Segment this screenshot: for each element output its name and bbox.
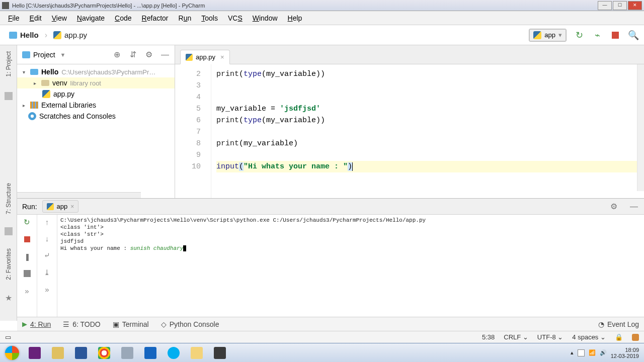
- menu-code[interactable]: Code: [110, 13, 136, 24]
- menu-navigate[interactable]: Navigate: [72, 13, 110, 24]
- close-button[interactable]: ✕: [628, 1, 642, 10]
- menu-vcs[interactable]: VCS: [223, 13, 248, 24]
- taskbar-app[interactable]: [209, 345, 230, 361]
- taskbar-app[interactable]: [163, 345, 184, 361]
- breadcrumb-file[interactable]: app.py: [49, 29, 91, 41]
- search-everywhere-button[interactable]: 🔍: [628, 30, 639, 41]
- gear-icon[interactable]: ⚙: [609, 202, 619, 212]
- more-button[interactable]: »: [23, 286, 32, 295]
- close-tab-icon[interactable]: ×: [220, 53, 224, 61]
- action-center-icon[interactable]: [578, 349, 585, 356]
- down-button[interactable]: ↓: [45, 234, 49, 243]
- status-eol[interactable]: CRLF ⌄: [504, 333, 528, 341]
- tree-scratches[interactable]: Scratches and Consoles: [17, 111, 175, 122]
- locate-icon[interactable]: ⊕: [112, 50, 121, 59]
- tool-eventlog[interactable]: ◔Event Log: [598, 320, 639, 328]
- star-icon: ★: [5, 293, 12, 303]
- network-icon[interactable]: 📶: [589, 349, 596, 356]
- soft-wrap-button[interactable]: ⤶: [44, 251, 50, 260]
- rail-icon: [5, 92, 13, 100]
- tree-file-name: app.py: [53, 90, 74, 98]
- run-tool-window: Run: app × ⚙ — ↻ || » ↑ ↓ ⤶ ⤓ » C:\Users…: [17, 198, 644, 319]
- menu-file[interactable]: File: [3, 13, 25, 24]
- expand-arrow-icon[interactable]: ▸: [20, 103, 27, 108]
- menu-tools[interactable]: Tools: [196, 13, 223, 24]
- run-tab-label: app: [57, 203, 68, 210]
- menu-refactor[interactable]: Refactor: [137, 13, 174, 24]
- inspector-icon[interactable]: [632, 334, 639, 341]
- taskbar-app[interactable]: [94, 345, 115, 361]
- status-position[interactable]: 5:38: [482, 333, 495, 341]
- pause-button[interactable]: ||: [23, 252, 32, 261]
- breadcrumb-project[interactable]: Hello: [5, 29, 43, 41]
- system-tray[interactable]: ▴ 📶 🔊 18:09 12-03-2019: [571, 347, 642, 359]
- scroll-end-button[interactable]: ⤓: [44, 268, 50, 277]
- rail-structure[interactable]: 7: Structure: [5, 181, 12, 216]
- taskbar-app[interactable]: [24, 345, 45, 361]
- menu-view[interactable]: View: [47, 13, 72, 24]
- more-button[interactable]: »: [45, 285, 49, 294]
- resize-handle[interactable]: [17, 192, 141, 198]
- rail-project[interactable]: 1: Project: [5, 49, 12, 79]
- run-console[interactable]: C:\Users\jchauds3\PycharmProjects\Hello\…: [57, 215, 644, 319]
- expand-arrow-icon[interactable]: ▸: [31, 80, 38, 86]
- minimize-button[interactable]: —: [598, 1, 612, 10]
- layout-button[interactable]: [23, 269, 32, 278]
- volume-icon[interactable]: 🔊: [600, 349, 607, 356]
- run-config-dropdown[interactable]: app ▾: [529, 29, 567, 42]
- taskbar-app[interactable]: [70, 345, 92, 361]
- status-indent[interactable]: 4 spaces ⌄: [572, 333, 606, 341]
- menu-window[interactable]: Window: [248, 13, 283, 24]
- rerun-button[interactable]: ↻: [23, 218, 32, 227]
- tool-todo[interactable]: ☰6: TODO: [63, 320, 101, 328]
- start-button[interactable]: [2, 345, 22, 361]
- tool-terminal[interactable]: ▣Terminal: [113, 320, 149, 328]
- taskbar-app[interactable]: [186, 345, 207, 361]
- play-icon: ▶: [22, 320, 27, 328]
- maximize-button[interactable]: ☐: [613, 1, 627, 10]
- tool-run[interactable]: ▶4: Run: [22, 320, 51, 328]
- status-encoding[interactable]: UTF-8 ⌄: [537, 333, 563, 341]
- stop-icon: [24, 236, 30, 242]
- menu-edit[interactable]: Edit: [25, 13, 47, 24]
- status-bar: ▭ 5:38 CRLF ⌄ UTF-8 ⌄ 4 spaces ⌄ 🔒: [0, 331, 644, 343]
- tree-extlib-label: External Libraries: [41, 101, 96, 109]
- gear-icon[interactable]: ⚙: [144, 50, 153, 59]
- navigation-bar: Hello › app.py app ▾ ↻ ⌁ 🔍: [0, 25, 644, 45]
- editor-scrollbar[interactable]: [637, 64, 644, 191]
- run-tab-app[interactable]: app ×: [42, 200, 79, 213]
- tree-file-app[interactable]: app.py: [17, 88, 175, 100]
- rail-favorites[interactable]: 2: Favorites: [5, 246, 12, 282]
- hide-icon[interactable]: —: [629, 202, 639, 212]
- editor-tabs: app.py ×: [175, 45, 644, 64]
- clock[interactable]: 18:09 12-03-2019: [611, 347, 639, 359]
- expand-arrow-icon[interactable]: ▾: [20, 69, 27, 75]
- menu-bar: File Edit View Navigate Code Refactor Ru…: [0, 11, 644, 25]
- status-toggle-icon[interactable]: ▭: [5, 333, 11, 341]
- taskbar-app[interactable]: [140, 345, 161, 361]
- tree-venv-name: venv: [52, 79, 67, 87]
- chevron-down-icon[interactable]: ▼: [60, 52, 66, 58]
- editor-tab-app[interactable]: app.py ×: [180, 50, 230, 64]
- terminal-icon: ▣: [113, 320, 119, 328]
- python-icon: [47, 203, 54, 210]
- run-button[interactable]: ↻: [574, 30, 585, 41]
- collapse-icon[interactable]: ⇵: [128, 50, 137, 59]
- stop-button[interactable]: [23, 235, 32, 244]
- tray-chevron-icon[interactable]: ▴: [571, 349, 574, 356]
- tool-pyconsole[interactable]: ◇Python Console: [161, 320, 219, 328]
- tree-root[interactable]: ▾ Hello C:\Users\jchauds3\PycharmPr…: [17, 66, 175, 77]
- menu-help[interactable]: Help: [283, 13, 307, 24]
- tree-venv[interactable]: ▸ venv library root: [17, 77, 175, 88]
- taskbar-app[interactable]: [47, 345, 68, 361]
- lock-icon[interactable]: 🔒: [615, 333, 623, 341]
- folder-icon: [22, 51, 30, 58]
- hide-icon[interactable]: —: [160, 50, 170, 59]
- stop-button[interactable]: [610, 30, 621, 41]
- close-tab-icon[interactable]: ×: [70, 203, 74, 210]
- debug-button[interactable]: ⌁: [592, 30, 603, 41]
- taskbar-app[interactable]: [117, 345, 138, 361]
- tree-external-libs[interactable]: ▸ External Libraries: [17, 100, 175, 111]
- up-button[interactable]: ↑: [45, 218, 49, 226]
- menu-run[interactable]: Run: [174, 13, 197, 24]
